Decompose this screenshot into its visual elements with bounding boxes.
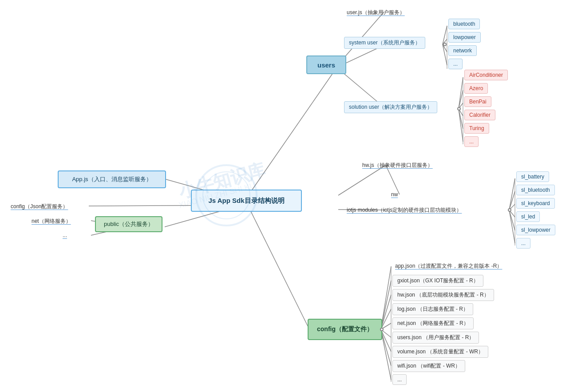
azero-label: Azero	[464, 83, 488, 94]
svg-line-35	[381, 329, 391, 380]
benpai-label: BenPai	[464, 96, 491, 107]
svg-line-1	[248, 205, 309, 329]
svg-line-16	[459, 109, 463, 129]
config-dot	[380, 328, 384, 331]
sl-battery-label: sl_battery	[516, 171, 549, 182]
sl-dots-label: ...	[516, 238, 530, 249]
config-label: config（配置文件）	[317, 325, 373, 333]
sl-led-label: sl_led	[516, 211, 540, 222]
lowpower-label: lowpower	[448, 32, 481, 43]
svg-line-21	[509, 178, 515, 210]
svg-line-25	[509, 210, 515, 230]
sol-dots-label: ...	[464, 136, 479, 147]
svg-line-12	[459, 77, 463, 109]
public-label: public（公共服务）	[104, 220, 154, 228]
sl-keyboard-label: sl_keyboard	[516, 198, 555, 209]
svg-line-8	[443, 26, 447, 44]
svg-line-28	[381, 281, 391, 329]
svg-line-29	[381, 295, 391, 329]
svg-line-13	[459, 90, 463, 109]
public-dots-label: ...	[60, 231, 70, 240]
sl-lowpower-label: sl_lowpower	[516, 225, 555, 235]
hwjson-label: hw.json （底层功能模块服务配置 - R）	[392, 289, 494, 301]
sys-dots-label: ...	[448, 59, 463, 69]
solution-user-dot	[457, 107, 461, 111]
svg-line-17	[459, 109, 463, 142]
svg-line-33	[381, 329, 391, 352]
config-json-label: config（Json配置服务）	[8, 202, 71, 212]
logjson-label: log.json （日志服务配置 - R）	[392, 303, 473, 315]
turing-label: Turing	[464, 123, 489, 134]
appjs-label: App.js（入口、消息监听服务）	[72, 175, 151, 183]
svg-line-22	[509, 191, 515, 210]
sl-bluetooth-label: sl_bluetooth	[516, 185, 555, 195]
net-label: net（网络服务）	[29, 216, 74, 226]
config-dots-label: ...	[392, 374, 407, 385]
users-node: users	[306, 55, 346, 74]
wifijson-label: wifi.json （wifi配置 - WR）	[392, 360, 465, 372]
center-node: Js App Sdk目录结构说明	[191, 190, 302, 212]
solution-user-label: solution user（解决方案用户服务）	[344, 101, 437, 113]
usersjson-label: users.json （用户服务配置 - R）	[392, 332, 479, 344]
userjs-label: user.js（抽象用户服务）	[344, 8, 408, 18]
volumejson-label: volume.json （系统音量配置 - WR）	[392, 346, 488, 358]
svg-line-26	[509, 210, 515, 243]
calorifier-label: Calorifier	[464, 110, 495, 120]
nw-label: nw	[388, 190, 400, 199]
netjson-label: net.json （网络服务配置 - R）	[392, 317, 474, 329]
iotjs-modules-label: iotjs modules（iotjs定制的硬件接口层功能模块）	[344, 205, 464, 215]
svg-line-0	[248, 67, 337, 196]
appjs-node: App.js（入口、消息监听服务）	[58, 170, 166, 188]
users-label: users	[317, 61, 335, 69]
gxiotjson-label: gxiot.json（GX IOT服务配置 - R）	[392, 275, 483, 287]
svg-line-34	[381, 329, 391, 366]
appjson-label: app.json（过渡配置文件，兼容之前版本 -R）	[392, 261, 505, 271]
system-user-dot	[443, 43, 447, 46]
system-user-label: system user（系统用户服务）	[344, 37, 425, 49]
iotjs-dot	[508, 208, 511, 212]
network-label: network	[448, 45, 477, 56]
svg-line-30	[381, 309, 391, 329]
svg-line-27	[381, 266, 391, 329]
config-node: config（配置文件）	[308, 319, 382, 340]
air-conditioner-label: AirConditioner	[464, 70, 508, 80]
hwjs-label: hw.js（抽象硬件接口层服务）	[360, 160, 435, 170]
public-node: public（公共服务）	[95, 216, 162, 232]
svg-line-11	[443, 44, 447, 65]
bluetooth-label: bluetooth	[448, 19, 480, 29]
center-label: Js App Sdk目录结构说明	[208, 197, 284, 205]
